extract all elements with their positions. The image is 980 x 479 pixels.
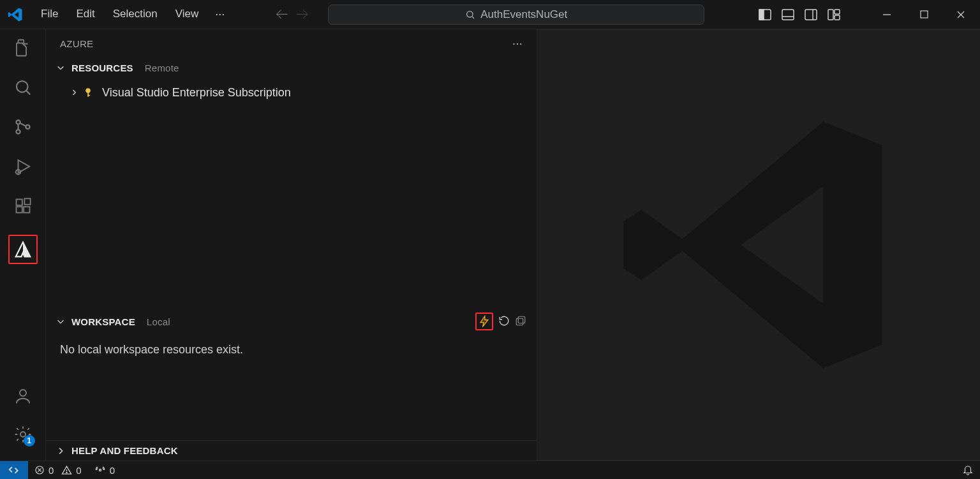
svg-line-1 [472,17,474,18]
source-control-icon[interactable] [12,116,34,138]
nav-back-icon[interactable]: 🡠 [276,7,288,22]
subscription-node[interactable]: Visual Studio Enterprise Subscription [48,82,537,103]
extensions-icon[interactable] [12,195,34,217]
status-ports[interactable]: 0 [88,461,121,479]
help-label: HELP AND FEEDBACK [71,445,178,456]
menu-selection[interactable]: Selection [105,5,165,24]
menu-edit[interactable]: Edit [68,5,102,24]
svg-point-19 [26,125,29,129]
nav-forward-icon[interactable]: 🡢 [296,7,309,22]
resources-body: Visual Studio Enterprise Subscription [46,78,537,311]
layout-right-icon[interactable] [804,8,818,21]
azure-functions-icon[interactable] [478,315,491,328]
ports-icon [94,464,106,476]
manage-gear-icon[interactable]: 1 [12,424,34,445]
workspace-section-header[interactable]: WORKSPACE Local [46,311,537,332]
warnings-count: 0 [76,465,81,476]
workspace-empty-message: No local workspace resources exist. [60,343,243,356]
workspace-label: WORKSPACE [71,316,135,327]
run-debug-icon[interactable] [12,156,34,177]
svg-point-17 [16,120,20,124]
svg-rect-12 [921,11,928,18]
svg-point-25 [20,390,26,396]
status-notifications[interactable] [956,464,980,476]
svg-rect-22 [16,207,22,212]
svg-rect-3 [759,10,764,20]
errors-count: 0 [48,465,54,476]
error-icon [34,465,45,475]
svg-rect-24 [24,198,30,204]
svg-rect-21 [16,200,22,205]
vscode-logo-icon [8,7,23,22]
ports-count: 0 [110,465,115,476]
svg-rect-9 [835,10,840,14]
search-activity-icon[interactable] [12,77,34,98]
refresh-icon[interactable] [498,315,510,328]
sidebar-more-icon[interactable]: ··· [512,37,523,50]
editor-area [537,29,980,461]
resources-section-header[interactable]: RESOURCES Remote [46,57,537,78]
layout-left-icon[interactable] [758,8,772,21]
chevron-down-icon [56,317,65,326]
svg-point-15 [17,81,28,92]
subscription-label: Visual Studio Enterprise Subscription [102,86,291,99]
menu-bar: File Edit Selection View ··· [33,5,231,24]
vscode-watermark-icon [537,29,980,461]
window-minimize[interactable] [873,2,901,27]
window-maximize[interactable] [910,2,938,27]
deploy-icon[interactable] [515,315,526,328]
explorer-icon[interactable] [12,37,34,59]
warning-icon [61,465,72,476]
layout-customize-icon[interactable] [827,8,841,21]
svg-rect-23 [24,207,29,212]
resources-sub: Remote [145,63,179,73]
resources-label: RESOURCES [71,63,133,73]
svg-rect-29 [87,95,90,96]
key-icon [84,87,96,98]
command-center[interactable]: AuthEventsNuGet [328,4,704,25]
sidebar-title-row: AZURE ··· [46,29,537,57]
chevron-right-icon [56,446,65,455]
svg-point-36 [66,472,67,473]
help-section-header[interactable]: HELP AND FEEDBACK [46,440,537,461]
sidebar-panel: AZURE ··· RESOURCES Remote Visual Studio… [46,29,537,461]
svg-rect-4 [782,10,794,20]
title-bar: File Edit Selection View ··· 🡠 🡢 AuthEve… [0,0,980,29]
svg-point-18 [16,129,20,133]
manage-badge: 1 [24,435,35,446]
search-icon [465,10,475,20]
functions-action-highlight [475,313,493,330]
svg-line-16 [26,91,30,95]
menu-more[interactable]: ··· [209,5,231,24]
layout-bottom-icon[interactable] [781,8,795,21]
svg-rect-28 [87,92,89,97]
status-bar: 0 0 0 [0,461,980,479]
command-center-text: AuthEventsNuGet [480,8,567,21]
workspace-body: No local workspace resources exist. [46,332,537,440]
status-problems[interactable]: 0 0 [28,461,88,479]
remote-indicator[interactable] [0,461,28,479]
activity-bar: 1 [0,29,46,461]
svg-rect-6 [805,10,817,20]
azure-icon[interactable] [12,239,34,260]
svg-rect-8 [828,10,833,20]
svg-point-0 [467,11,473,17]
menu-file[interactable]: File [33,5,66,24]
window-close[interactable] [947,2,975,27]
accounts-icon[interactable] [12,385,34,407]
sidebar-title: AZURE [60,38,93,49]
menu-view[interactable]: View [168,5,207,24]
chevron-right-icon [70,89,78,96]
chevron-down-icon [56,63,65,72]
azure-activity-highlight [8,235,38,264]
svg-point-26 [20,432,26,437]
svg-point-37 [99,469,101,471]
bell-icon [962,464,974,476]
svg-rect-10 [835,15,840,20]
svg-rect-30 [518,316,525,323]
nav-arrows: 🡠 🡢 [276,7,309,22]
svg-rect-31 [516,318,523,325]
workspace-sub: Local [147,316,170,327]
